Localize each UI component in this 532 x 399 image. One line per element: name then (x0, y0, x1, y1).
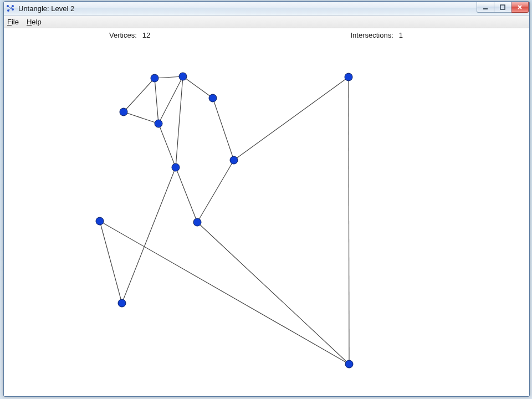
svg-point-4 (12, 8, 14, 11)
graph-vertex[interactable] (120, 108, 127, 116)
graph-edge (183, 76, 213, 98)
graph-edge (124, 112, 158, 124)
graph-edge (176, 167, 197, 222)
svg-rect-7 (500, 5, 505, 9)
graph-vertex[interactable] (151, 74, 158, 82)
graph-edge (155, 78, 158, 124)
graph-edge (124, 78, 155, 112)
app-window: Untangle: Level 2 File Help (3, 1, 530, 397)
menu-file[interactable]: File (7, 18, 19, 26)
graph-edge (197, 222, 349, 364)
desktop-background: Untangle: Level 2 File Help (0, 0, 532, 399)
graph-vertex[interactable] (345, 73, 352, 81)
graph-edge (349, 77, 349, 364)
menu-help[interactable]: Help (27, 18, 42, 26)
svg-point-2 (7, 5, 9, 7)
status-vertices: Vertices: 12 (109, 31, 150, 39)
vertices-value: 12 (142, 31, 150, 39)
graph-edge (234, 77, 349, 160)
minimize-button[interactable] (477, 2, 494, 13)
intersections-label: Intersections: (350, 31, 393, 39)
graph-svg (4, 40, 529, 396)
titlebar[interactable]: Untangle: Level 2 (4, 2, 529, 16)
graph-vertex[interactable] (345, 360, 353, 368)
window-title: Untangle: Level 2 (18, 4, 477, 13)
status-intersections: Intersections: 1 (350, 31, 403, 39)
graph-edge (100, 221, 122, 303)
graph-edge (122, 167, 176, 303)
svg-point-3 (12, 5, 14, 7)
graph-vertex[interactable] (230, 156, 238, 164)
graph-edge (158, 124, 176, 167)
app-icon (6, 4, 15, 13)
graph-vertex[interactable] (209, 94, 217, 102)
graph-vertex[interactable] (118, 299, 126, 307)
vertices-label: Vertices: (109, 31, 137, 39)
window-controls (477, 2, 529, 13)
graph-vertex[interactable] (155, 120, 162, 127)
intersections-value: 1 (399, 31, 403, 39)
svg-rect-6 (483, 8, 488, 9)
graph-edge (158, 76, 183, 124)
close-button[interactable] (511, 2, 529, 13)
graph-edge (155, 76, 183, 78)
maximize-button[interactable] (494, 2, 511, 13)
graph-vertex[interactable] (96, 217, 104, 225)
svg-point-5 (7, 9, 9, 12)
graph-edge (176, 76, 183, 167)
graph-edge (213, 98, 234, 160)
graph-edge (100, 221, 349, 364)
graph-canvas[interactable] (4, 40, 529, 396)
graph-vertex[interactable] (179, 73, 187, 80)
graph-vertex[interactable] (172, 163, 180, 171)
status-row: Vertices: 12 Intersections: 1 (4, 28, 529, 40)
graph-edge (197, 160, 234, 222)
graph-vertex[interactable] (193, 218, 201, 226)
menubar: File Help (4, 16, 529, 28)
